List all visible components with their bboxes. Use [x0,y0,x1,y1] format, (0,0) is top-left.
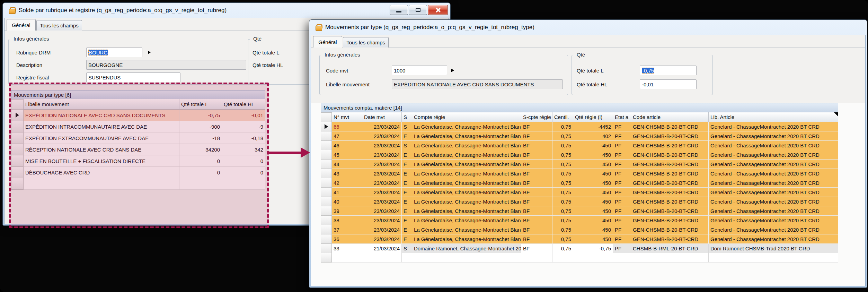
table-cell[interactable]: 21/03/2024 [362,244,402,253]
table-cell[interactable] [573,253,613,263]
table-cell[interactable]: -450 [573,141,613,150]
table-cell[interactable]: -0,01 [222,110,265,121]
table-cell[interactable]: GEN-CHSMB-B-20-BT-CRD [631,206,709,216]
qte-totale-l-field[interactable]: -0,75 [640,66,697,75]
table-cell[interactable]: -18 [179,132,222,144]
maximize-button[interactable] [409,5,427,15]
table-row[interactable]: 4123/03/2024ELa Génelardaise, Chassagne-… [321,188,838,197]
table-cell[interactable]: PF [613,225,631,234]
table-cell[interactable]: La Génelardaise, Chassagne-Montrachet Bl… [412,197,521,206]
column-header[interactable]: Code article [631,112,709,122]
table-cell[interactable]: Genelard - ChassageMontrachet 2020 BT CR… [709,178,838,188]
table-cell[interactable]: 0,75 [552,244,573,253]
column-header[interactable]: Qté totale HL [222,99,265,110]
table-cell[interactable]: GEN-CHSMB-B-20-BT-CRD [631,216,709,225]
table-cell[interactable]: Genelard - ChassageMontrachet 2020 BT CR… [709,169,838,178]
row-selector[interactable] [321,141,332,150]
table-cell[interactable]: 0,75 [552,169,573,178]
row-selector[interactable] [11,167,24,178]
table-cell[interactable]: 450 [573,169,613,178]
table-cell[interactable]: E [402,160,412,169]
table-cell[interactable]: Domaine Ramonet, Chassagne-Montrachet 20… [412,244,521,253]
table-row[interactable]: MISE EN BOUTEILLE + FISCALISATION DIRECT… [11,155,265,167]
table-cell[interactable]: 39 [332,206,362,216]
table-cell[interactable]: La Génelardaise, Chassagne-Montrachet Bl… [412,178,521,188]
table-cell[interactable]: 47 [332,131,362,141]
table-cell[interactable]: RÉCEPTION NATIONALE AVEC CRD SANS DAE [24,144,179,155]
table-cell[interactable]: 450 [573,225,613,234]
rubrique-drm-field[interactable]: BOURG [86,48,142,57]
table-cell[interactable]: Genelard - ChassageMontrachet 2020 BT CR… [709,188,838,197]
tab-general-w2[interactable]: Général [313,36,342,48]
table-cell[interactable]: 0,75 [552,178,573,188]
table-cell[interactable] [521,253,552,263]
table-cell[interactable]: PF [613,206,631,216]
table-cell[interactable]: GEN-CHSMB-B-20-BT-CRD [631,141,709,150]
table-cell[interactable]: 450 [573,150,613,160]
table-cell[interactable]: 450 [573,206,613,216]
table-row[interactable]: 3923/03/2024ELa Génelardaise, Chassagne-… [321,206,838,216]
table-cell[interactable] [24,178,179,190]
table-cell[interactable]: BF [521,244,552,253]
window2-titlebar[interactable]: Mouvements par type (q_gs_reg_periode:a_… [309,20,867,35]
table-cell[interactable]: Genelard - ChassageMontrachet 2020 BT CR… [709,122,838,131]
qte-totale-hl-field[interactable]: -0,01 [640,79,697,89]
table-row[interactable]: DÉBOUCHAGE AVEC CRD00 [11,167,265,178]
table-cell[interactable]: EXPÉDITION INTRACOMMUNAUTAIRE AVEC DAE [24,121,179,132]
table-cell[interactable]: Genelard - ChassageMontrachet 2020 BT CR… [709,234,838,244]
table-cell[interactable]: La Génelardaise, Chassagne-Montrachet Bl… [412,206,521,216]
table-row[interactable]: 4323/03/2024ELa Génelardaise, Chassagne-… [321,169,838,178]
table-cell[interactable]: GEN-CHSMB-B-20-BT-CRD [631,160,709,169]
table-cell[interactable]: GEN-CHSMB-B-20-BT-CRD [631,188,709,197]
table-cell[interactable]: La Génelardaise, Chassagne-Montrachet Bl… [412,131,521,141]
table-cell[interactable]: 36 [332,234,362,244]
table-cell[interactable]: 0,75 [552,216,573,225]
table-cell[interactable] [709,253,838,263]
table-cell[interactable]: 23/03/2024 [362,206,402,216]
table-cell[interactable]: Genelard - ChassageMontrachet 2020 BT CR… [709,216,838,225]
table-cell[interactable]: E [402,131,412,141]
table-cell[interactable] [552,253,573,263]
table-cell[interactable]: GEN-CHSMB-B-20-BT-CRD [631,150,709,160]
close-button[interactable] [428,5,448,15]
row-selector[interactable] [11,155,24,167]
column-header[interactable]: Libelle mouvement [24,99,179,110]
table-cell[interactable]: La Génelardaise, Chassagne-Montrachet Bl… [412,150,521,160]
table-row[interactable] [321,253,838,263]
table-cell[interactable]: 42 [332,178,362,188]
table-cell[interactable]: 41 [332,188,362,197]
table-cell[interactable]: 0,75 [552,141,573,150]
table-cell[interactable]: 0 [179,155,222,167]
table-cell[interactable]: GEN-CHSMB-B-20-BT-CRD [631,178,709,188]
table-cell[interactable]: La Génelardaise, Chassagne-Montrachet Bl… [412,216,521,225]
table-cell[interactable]: 0,75 [552,150,573,160]
column-header[interactable]: Qté régie (l) [573,112,613,122]
table-row[interactable]: RÉCEPTION NATIONALE AVEC CRD SANS DAE342… [11,144,265,155]
row-selector[interactable] [321,188,332,197]
table-row[interactable]: 3623/03/2024ELa Génelardaise, Chassagne-… [321,234,838,244]
table-cell[interactable]: La Génelardaise, Chassagne-Montrachet Bl… [412,169,521,178]
table-cell[interactable]: CHSMB-B-RML-20-BT-CRD [631,244,709,253]
table-cell[interactable]: Genelard - ChassageMontrachet 2020 BT CR… [709,150,838,160]
column-header[interactable]: Etat a [613,112,631,122]
table-cell[interactable]: E [402,197,412,206]
table-cell[interactable]: 23/03/2024 [362,122,402,131]
table-cell[interactable]: 0 [222,167,265,178]
table-row[interactable] [11,178,265,190]
table-cell[interactable]: 0,75 [552,188,573,197]
table-cell[interactable]: 450 [573,160,613,169]
table-cell[interactable]: E [402,178,412,188]
table-cell[interactable]: 450 [573,216,613,225]
table-cell[interactable]: 43 [332,169,362,178]
table-cell[interactable]: 0,75 [552,234,573,244]
row-selector[interactable] [11,110,24,121]
table-cell[interactable]: 44 [332,160,362,169]
minimize-button[interactable] [390,5,408,15]
table-cell[interactable]: PF [613,178,631,188]
table-cell[interactable]: E [402,225,412,234]
table-cell[interactable]: BF [521,225,552,234]
row-selector[interactable] [11,121,24,132]
table-cell[interactable]: BF [521,131,552,141]
table-cell[interactable]: 23/03/2024 [362,169,402,178]
table-cell[interactable]: 0,75 [552,206,573,216]
